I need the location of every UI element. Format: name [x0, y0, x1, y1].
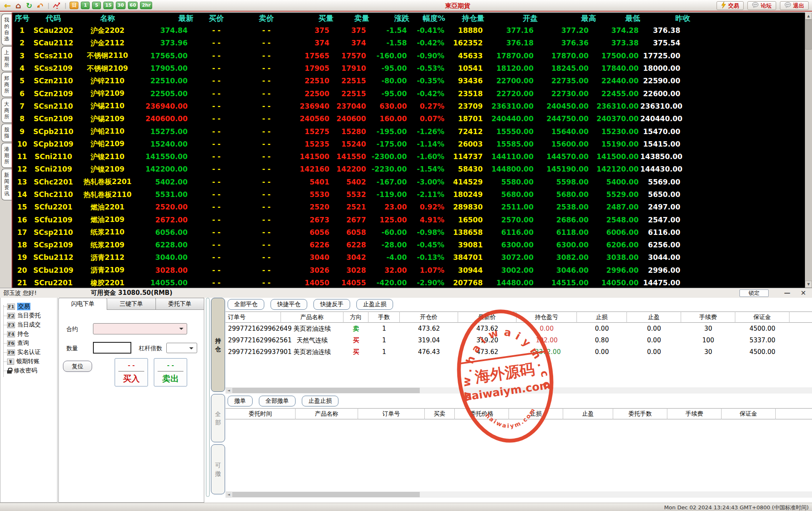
nav-item-8[interactable]: 修改密码 — [0, 366, 57, 375]
market-row-11[interactable]: 11SCni2110沪镍2110141550.00- -- -141500141… — [13, 150, 805, 163]
market-vertical-scrollbar[interactable]: ▲ ▼ — [805, 12, 812, 288]
period-button-15[interactable]: 15 — [103, 2, 113, 9]
positions-button-1[interactable]: 全部平仓 — [228, 299, 264, 310]
period-button-1[interactable]: 1 — [81, 2, 90, 9]
orders-column-5[interactable]: 止损 — [509, 408, 563, 419]
period-button-30[interactable]: 30 — [116, 2, 125, 9]
market-row-3[interactable]: 3SCss2110不锈钢211017565.00- -- -1756517570… — [13, 50, 805, 62]
orders-button-3[interactable]: 止盈止损 — [302, 396, 338, 406]
market-row-18[interactable]: 18SCsp2109纸浆21096228.00- -- -62266228-28… — [13, 239, 805, 251]
exchange-tab-5[interactable]: 股指 — [1, 124, 12, 142]
buy-button[interactable]: - - 买入 — [115, 358, 148, 386]
positions-column-5[interactable]: 最新价 — [458, 312, 516, 323]
nav-item-1[interactable]: F1交易 — [0, 302, 57, 311]
nav-item-6[interactable]: F9实名认证 — [0, 348, 57, 357]
position-row[interactable]: 2997721629962649美页岩油连续卖1473.62473.620.00… — [226, 323, 812, 334]
positions-column-10[interactable]: 保证金 — [735, 312, 789, 323]
orders-column-9[interactable]: 保证金 — [722, 408, 776, 419]
positions-column-6[interactable]: 持仓盈亏 — [516, 312, 577, 323]
position-row[interactable]: 2997721629962561天然气连续买1319.04319.20192.0… — [226, 334, 812, 346]
nav-item-2[interactable]: F2当日委托 — [0, 311, 57, 320]
positions-button-4[interactable]: 止盈止损 — [356, 299, 393, 310]
market-row-15[interactable]: 15SCfu2201燃油22012520.00- -- -2520252123.… — [13, 201, 805, 213]
orders-button-1[interactable]: 撤单 — [228, 396, 253, 406]
nav-item-5[interactable]: F6查询 — [0, 339, 57, 348]
order-tab-3[interactable]: 委托下单 — [156, 298, 204, 310]
positions-button-3[interactable]: 快捷反手 — [313, 299, 350, 310]
column-header-2[interactable]: 名称 — [75, 13, 140, 23]
market-row-7[interactable]: 7SCsn2110沪锡2110236940.00- -- -2369402370… — [13, 100, 805, 112]
order-tab-2[interactable]: 三键下单 — [107, 298, 155, 310]
exit-button[interactable]: 退出 — [780, 1, 809, 10]
column-header-9[interactable]: 幅度% — [409, 13, 445, 23]
positions-column-8[interactable]: 止盈 — [627, 312, 681, 323]
nav-item-7[interactable]: ¥银期转账 — [0, 357, 57, 366]
column-header-7[interactable]: 卖量 — [333, 13, 369, 23]
exchange-tab-1[interactable]: 我的自选 — [1, 14, 12, 45]
positions-column-2[interactable]: 方向 — [343, 312, 368, 323]
exchange-tab-4[interactable]: 大商所 — [1, 98, 12, 123]
column-header-14[interactable]: 昨收 — [640, 13, 690, 23]
leverage-select[interactable] — [166, 343, 197, 353]
market-row-8[interactable]: 8SCsn2109沪锡2109240600.00- -- -2405602406… — [13, 112, 805, 125]
view-tab-持仓[interactable]: 持仓 — [211, 298, 225, 392]
exchange-tab-2[interactable]: 上期所 — [1, 46, 12, 71]
positions-column-9[interactable]: 手续费 — [681, 312, 735, 323]
column-header-6[interactable]: 买量 — [293, 13, 333, 23]
view-tab-全部[interactable]: 全部 — [211, 394, 225, 442]
column-header-13[interactable]: 最低 — [596, 13, 640, 23]
orders-column-0[interactable]: 委托时间 — [226, 408, 296, 419]
reset-button[interactable]: 复位 — [63, 361, 92, 372]
column-header-1[interactable]: 代码 — [32, 13, 75, 23]
market-row-21[interactable]: 21SCru2201橡胶220114055.00- -- -1405014055… — [13, 277, 805, 288]
market-row-12[interactable]: 12SCni2109沪镍2109142200.00- -- -142160142… — [13, 163, 805, 175]
close-icon[interactable]: ✕ — [801, 289, 806, 297]
order-tab-1[interactable]: 闪电下单 — [58, 298, 107, 310]
market-row-2[interactable]: 2SCau2112沪金2112373.96- -- -374374-1.58-0… — [13, 37, 805, 49]
column-header-4[interactable]: 买价 — [193, 13, 239, 23]
market-row-6[interactable]: 6SCzn2109沪锌210922505.00- -- -2250022515-… — [13, 87, 805, 100]
minimize-icon[interactable]: — — [784, 289, 790, 297]
nav-item-4[interactable]: F4持仓 — [0, 329, 57, 339]
exchange-tab-6[interactable]: 港期所 — [1, 143, 12, 168]
period-button-2hr[interactable]: 2hr — [140, 2, 152, 9]
column-header-0[interactable]: 序号 — [13, 13, 32, 23]
orders-column-6[interactable]: 止盈 — [563, 408, 613, 419]
market-row-20[interactable]: 20SCbu2109沥青21093028.00- -- -3026302832.… — [13, 264, 805, 277]
positions-h-scrollbar[interactable]: ◄ — [226, 387, 812, 394]
column-header-10[interactable]: 持仓量 — [445, 13, 484, 23]
orders-column-7[interactable]: 委托手数 — [613, 408, 667, 419]
orders-h-scrollbar[interactable]: ◄ — [226, 491, 812, 498]
column-header-5[interactable]: 卖价 — [239, 13, 293, 23]
refresh-icon[interactable]: ↻ — [25, 1, 33, 10]
scrollbar-thumb[interactable] — [805, 20, 812, 50]
lock-button[interactable]: 锁定 — [739, 289, 769, 297]
market-row-13[interactable]: 13SChc2201热轧卷板22015402.00- -- -54015402-… — [13, 176, 805, 188]
orders-column-3[interactable]: 买卖 — [425, 408, 455, 419]
market-row-4[interactable]: 4SCss2109不锈钢210917905.00- -- -1790517910… — [13, 62, 805, 75]
column-header-8[interactable]: 涨跌 — [369, 13, 409, 23]
nav-item-3[interactable]: F3当日成交 — [0, 320, 57, 329]
column-header-11[interactable]: 开盘 — [484, 13, 538, 23]
market-row-16[interactable]: 16SCfu2109燃油21092672.00- -- -26732677125… — [13, 213, 805, 226]
exchange-tab-7[interactable]: 新闻资讯 — [1, 169, 12, 200]
market-row-14[interactable]: 14SChc2110热轧卷板21105531.00- -- -55305532-… — [13, 188, 805, 201]
orders-column-1[interactable]: 产品名称 — [296, 408, 358, 419]
position-row[interactable]: 2997721629937901美页岩油连续买1476.43473.62-337… — [226, 346, 812, 358]
scroll-left-icon[interactable]: ◄ — [226, 491, 232, 498]
back-icon[interactable]: ← — [3, 1, 12, 10]
scroll-up-icon[interactable]: ▲ — [805, 12, 812, 20]
trade-button[interactable]: 交易 — [717, 1, 744, 10]
orders-column-4[interactable]: 委托价格 — [455, 408, 509, 419]
scrollbar-thumb[interactable] — [232, 492, 420, 497]
market-row-5[interactable]: 5SCzn2110沪锌211022510.00- -- -2251022515-… — [13, 75, 805, 87]
period-button-60[interactable]: 60 — [128, 2, 138, 9]
view-tab-可撤[interactable]: 可撤 — [211, 444, 225, 494]
market-row-1[interactable]: 1SCau2202沪金2202374.84- -- -375375-1.54-0… — [13, 24, 805, 37]
market-row-9[interactable]: 9SCpb2110沪铅211015275.00- -- -1527515280-… — [13, 125, 805, 137]
period-button-日[interactable]: 日 — [70, 2, 78, 9]
exchange-tab-3[interactable]: 郑商所 — [1, 72, 12, 97]
orders-button-2[interactable]: 全部撤单 — [259, 396, 296, 406]
horn-icon[interactable] — [36, 1, 44, 10]
market-row-10[interactable]: 10SCpb2109沪铅210915240.00- -- -1523515240… — [13, 138, 805, 150]
